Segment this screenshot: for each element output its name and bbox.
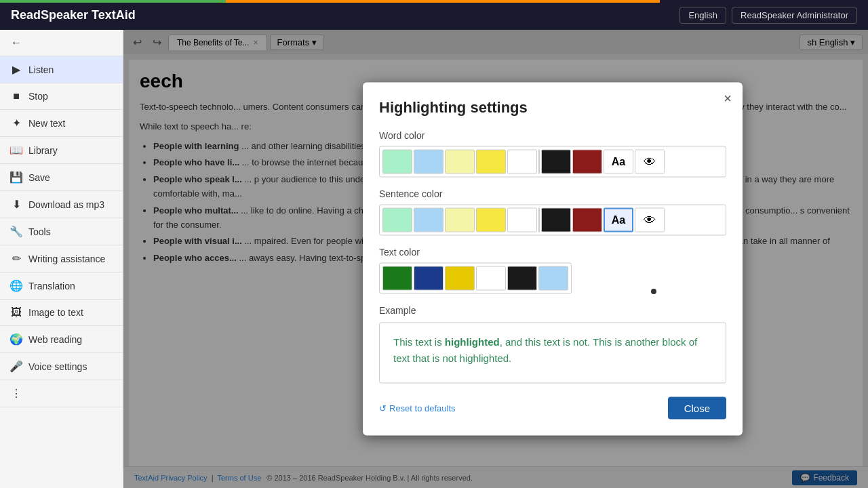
- sidebar-item-web-reading[interactable]: 🌍 Web reading: [0, 326, 123, 353]
- writing-label: Writing assistance: [28, 253, 105, 264]
- word-color-separator: [538, 150, 540, 174]
- library-icon: 📖: [9, 144, 23, 157]
- new-text-label: New text: [28, 118, 65, 129]
- sent-color-lightyellow[interactable]: [445, 208, 475, 232]
- app-title: ReadSpeaker TextAid: [11, 8, 136, 22]
- progress-bar: [0, 0, 868, 3]
- web-reading-label: Web reading: [28, 334, 82, 345]
- writing-icon: ✏: [9, 252, 23, 265]
- word-color-lightyellow[interactable]: [445, 150, 475, 174]
- dialog-title: Highlighting settings: [379, 99, 726, 117]
- sidebar-item-image-to-text[interactable]: 🖼 Image to text: [0, 300, 123, 326]
- sidebar-item-listen[interactable]: ▶ Listen: [0, 56, 123, 83]
- close-dialog-button[interactable]: Close: [668, 397, 726, 420]
- more-icon: ⋮: [9, 387, 23, 400]
- text-color-yellow[interactable]: [445, 266, 475, 291]
- library-label: Library: [28, 145, 58, 156]
- download-icon: ⬇: [9, 198, 23, 211]
- reset-defaults-button[interactable]: ↺ Reset to defaults: [379, 403, 456, 413]
- sidebar-back[interactable]: ←: [0, 30, 123, 56]
- tools-label: Tools: [28, 226, 51, 237]
- dialog-footer: ↺ Reset to defaults Close: [379, 397, 726, 420]
- highlighting-settings-dialog: Highlighting settings × Word color Aa 👁 …: [363, 83, 743, 436]
- web-icon: 🌍: [9, 333, 23, 346]
- sidebar-item-download[interactable]: ⬇ Download as mp3: [0, 191, 123, 218]
- translation-icon: 🌐: [9, 279, 23, 292]
- admin-button[interactable]: ReadSpeaker Administrator: [732, 7, 857, 24]
- text-color-black[interactable]: [507, 266, 537, 291]
- word-aa-button[interactable]: Aa: [604, 150, 633, 174]
- sent-color-blue[interactable]: [414, 208, 443, 232]
- sent-color-black[interactable]: [541, 208, 571, 232]
- example-label: Example: [379, 305, 726, 316]
- image-to-text-label: Image to text: [28, 307, 83, 318]
- sidebar-item-writing[interactable]: ✏ Writing assistance: [0, 245, 123, 272]
- word-color-blue[interactable]: [414, 150, 443, 174]
- english-button[interactable]: English: [679, 7, 726, 24]
- text-color-white[interactable]: [476, 266, 506, 291]
- sidebar-item-save[interactable]: 💾 Save: [0, 164, 123, 191]
- progress-orange: [226, 0, 660, 3]
- main-layout: ← ▶ Listen ■ Stop ✦ New text 📖 Library 💾…: [0, 30, 868, 488]
- word-color-darkred[interactable]: [572, 150, 602, 174]
- word-eye-button[interactable]: 👁: [635, 150, 665, 174]
- save-label: Save: [28, 172, 50, 183]
- dialog-close-button[interactable]: ×: [724, 91, 732, 106]
- word-color-row: Aa 👁: [379, 146, 726, 178]
- listen-label: Listen: [28, 64, 54, 75]
- top-bar: ReadSpeaker TextAid English ReadSpeaker …: [0, 0, 868, 30]
- stop-icon: ■: [9, 90, 23, 102]
- listen-icon: ▶: [9, 63, 23, 76]
- example-highlighted-word: highlighted: [445, 336, 500, 348]
- voice-icon: 🎤: [9, 360, 23, 373]
- sidebar-item-voice[interactable]: 🎤 Voice settings: [0, 353, 123, 380]
- download-label: Download as mp3: [28, 199, 104, 210]
- sentence-color-label: Sentence color: [379, 188, 726, 199]
- sidebar-item-library[interactable]: 📖 Library: [0, 137, 123, 164]
- stop-label: Stop: [28, 91, 48, 102]
- text-color-darkblue[interactable]: [414, 266, 443, 291]
- word-color-white[interactable]: [507, 150, 537, 174]
- text-color-lightblue[interactable]: [538, 266, 568, 291]
- sidebar-item-tools[interactable]: 🔧 Tools: [0, 218, 123, 245]
- new-text-icon: ✦: [9, 117, 23, 129]
- sidebar-item-stop[interactable]: ■ Stop: [0, 83, 123, 110]
- text-color-label: Text color: [379, 247, 726, 258]
- example-highlighted-sentence: This text is highlighted, and this text …: [393, 336, 697, 364]
- sentence-color-row: Aa 👁: [379, 205, 726, 236]
- sidebar-item-translation[interactable]: 🌐 Translation: [0, 272, 123, 300]
- image-icon: 🖼: [9, 306, 23, 319]
- word-color-yellow[interactable]: [476, 150, 506, 174]
- example-box: This text is highlighted, and this text …: [379, 323, 726, 384]
- word-color-label: Word color: [379, 130, 726, 141]
- sent-color-white[interactable]: [507, 208, 537, 232]
- top-right-controls: English ReadSpeaker Administrator: [679, 7, 857, 24]
- progress-green: [0, 0, 226, 3]
- sidebar-item-more[interactable]: ⋮: [0, 380, 123, 407]
- word-color-black[interactable]: [541, 150, 571, 174]
- word-color-mint[interactable]: [382, 150, 412, 174]
- sidebar-item-new-text[interactable]: ✦ New text: [0, 110, 123, 137]
- example-text: This text is highlighted, and this text …: [393, 334, 712, 367]
- text-color-row: [379, 263, 572, 294]
- sent-color-darkred[interactable]: [572, 208, 602, 232]
- sent-color-mint[interactable]: [382, 208, 412, 232]
- back-icon: ←: [9, 37, 23, 49]
- save-icon: 💾: [9, 171, 23, 184]
- sentence-eye-button[interactable]: 👁: [635, 208, 665, 232]
- voice-label: Voice settings: [28, 361, 87, 372]
- sent-color-yellow[interactable]: [476, 208, 506, 232]
- text-color-green[interactable]: [382, 266, 412, 291]
- sidebar: ← ▶ Listen ■ Stop ✦ New text 📖 Library 💾…: [0, 30, 123, 488]
- reset-icon: ↺: [379, 403, 387, 413]
- reset-label: Reset to defaults: [389, 403, 456, 413]
- sentence-aa-button[interactable]: Aa: [604, 208, 633, 232]
- tools-icon: 🔧: [9, 225, 23, 238]
- translation-label: Translation: [28, 281, 75, 291]
- sent-color-separator: [538, 208, 540, 232]
- content-area: ↩ ↪ The Benefits of Te... × Formats ▾ sh…: [123, 30, 868, 488]
